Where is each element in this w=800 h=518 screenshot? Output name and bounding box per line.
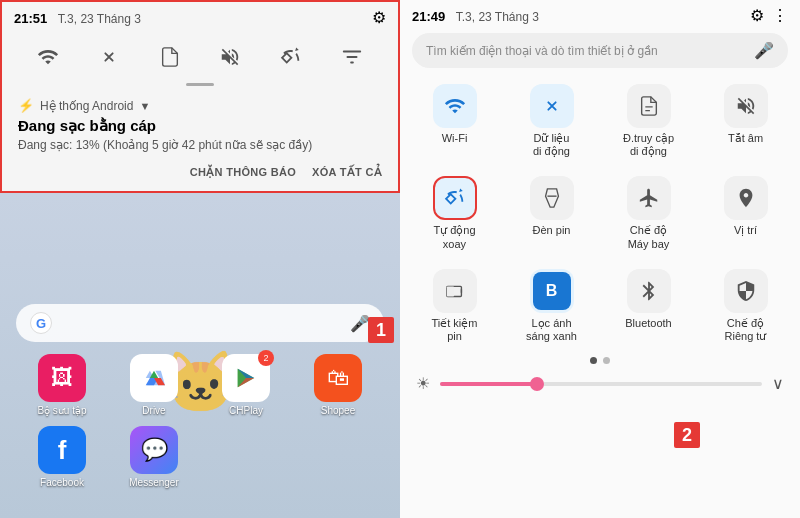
app-icon-shopee: 🛍: [314, 354, 362, 402]
tile-location[interactable]: Vị trí: [699, 168, 792, 256]
list-item[interactable]: 🛍 Shopee: [296, 354, 380, 416]
location-label: Vị trí: [734, 224, 757, 237]
access-tile-icon: [627, 84, 671, 128]
brightness-track[interactable]: [440, 382, 762, 386]
torch-tile-icon: [530, 176, 574, 220]
tile-data[interactable]: Dữ liệudi động: [505, 76, 598, 164]
data-icon-left[interactable]: [91, 39, 127, 75]
tile-bluelight[interactable]: B Lọc ánhsáng xanh: [505, 261, 598, 349]
clear-all-button[interactable]: XÓA TẤT CẢ: [312, 166, 382, 179]
google-logo: G: [30, 312, 52, 334]
data-label: Dữ liệudi động: [533, 132, 570, 158]
app-icon-drive: [130, 354, 178, 402]
app-icon-messenger: 💬: [130, 426, 178, 474]
handle-bar: [186, 83, 214, 86]
search-mic-icon: 🎤: [350, 314, 370, 333]
battery-tile-icon: [433, 269, 477, 313]
private-tile-icon: [724, 269, 768, 313]
app-icon-facebook: f: [38, 426, 86, 474]
number-label-1: 1: [368, 317, 394, 343]
notification-shade: 21:51 T.3, 23 Tháng 3 ⚙: [0, 0, 400, 193]
wifi-label: Wi-Fi: [442, 132, 468, 145]
dot-1[interactable]: [590, 357, 597, 364]
tile-wifi[interactable]: Wi-Fi: [408, 76, 501, 164]
wifi-icon-left[interactable]: [30, 39, 66, 75]
list-item[interactable]: 🖼 Bộ sưu tập: [20, 354, 104, 416]
notification-item: ⚡ Hệ thống Android ▼ Đang sạc bằng cáp Đ…: [2, 90, 398, 158]
battery-label: Tiết kiệmpin: [432, 317, 478, 343]
app-label-collection: Bộ sưu tập: [37, 405, 86, 416]
bluelight-tile-icon: B: [530, 269, 574, 313]
app-label-facebook: Facebook: [40, 477, 84, 488]
expand-chevron-icon[interactable]: ∨: [772, 374, 784, 393]
filter-icon-left[interactable]: [334, 39, 370, 75]
status-bar-left: 21:51 T.3, 23 Tháng 3 ⚙: [2, 2, 398, 31]
status-icons-right: ⚙ ⋮: [750, 6, 788, 25]
rotate-tile-icon: [433, 176, 477, 220]
status-bar-right: 21:49 T.3, 23 Tháng 3 ⚙ ⋮: [400, 0, 800, 29]
notif-header: ⚡ Hệ thống Android ▼: [18, 98, 382, 113]
search-placeholder: Tìm kiếm điện thoại và dò tìm thiết bị ở…: [426, 44, 746, 58]
lightning-icon: ⚡: [18, 98, 34, 113]
notif-description: Đang sạc: 13% (Khoảng 5 giờ 42 phút nữa …: [18, 137, 382, 154]
notif-actions: CHẶN THÔNG BÁO XÓA TẤT CẢ: [2, 158, 398, 183]
private-label: Chế độRiêng tư: [725, 317, 767, 343]
notif-source: Hệ thống Android: [40, 99, 133, 113]
left-panel: 🐱 G 🎤 🖼 Bộ sưu tập Drive 2: [0, 0, 400, 518]
wifi-tile-icon: [433, 84, 477, 128]
block-notif-button[interactable]: CHẶN THÔNG BÁO: [190, 166, 296, 179]
tile-battery[interactable]: Tiết kiệmpin: [408, 261, 501, 349]
right-panel: 21:49 T.3, 23 Tháng 3 ⚙ ⋮ Tìm kiếm điện …: [400, 0, 800, 518]
app-icon-chplay: 2: [222, 354, 270, 402]
tile-access[interactable]: Đ.truy cậpdi động: [602, 76, 695, 164]
gear-icon[interactable]: ⚙: [372, 8, 386, 27]
more-icon-right[interactable]: ⋮: [772, 6, 788, 25]
app-label-messenger: Messenger: [129, 477, 178, 488]
bluetooth-label: Bluetooth: [625, 317, 671, 330]
list-item[interactable]: 💬 Messenger: [112, 426, 196, 488]
home-apps-row2: f Facebook 💬 Messenger: [0, 426, 400, 488]
rotate-label: Tự độngxoay: [433, 224, 475, 250]
quick-icons-left: [2, 31, 398, 79]
brightness-thumb[interactable]: [530, 377, 544, 391]
status-time-right: 21:49 T.3, 23 Tháng 3: [412, 7, 539, 25]
rotate-icon-left[interactable]: [273, 39, 309, 75]
tile-mute[interactable]: Tắt âm: [699, 76, 792, 164]
tile-airplane[interactable]: Chế độMáy bay: [602, 168, 695, 256]
tile-rotate[interactable]: Tự độngxoay: [408, 168, 501, 256]
svg-rect-1: [446, 286, 453, 296]
tile-private[interactable]: Chế độRiêng tư: [699, 261, 792, 349]
gear-icon-right[interactable]: ⚙: [750, 6, 764, 25]
torch-label: Đèn pin: [533, 224, 571, 237]
search-bar-right[interactable]: Tìm kiếm điện thoại và dò tìm thiết bị ở…: [412, 33, 788, 68]
app-icon-collection: 🖼: [38, 354, 86, 402]
bluelight-label: Lọc ánhsáng xanh: [526, 317, 577, 343]
badge: 2: [258, 350, 274, 366]
status-time-left: 21:51 T.3, 23 Tháng 3: [14, 9, 141, 27]
airplane-label: Chế độMáy bay: [628, 224, 670, 250]
data-tile-icon: [530, 84, 574, 128]
bluetooth-tile-icon: [627, 269, 671, 313]
divider-handle[interactable]: [2, 79, 398, 90]
tile-bluetooth[interactable]: Bluetooth: [602, 261, 695, 349]
brightness-bar: ☀ ∨: [400, 370, 800, 399]
airplane-tile-icon: [627, 176, 671, 220]
mute-label: Tắt âm: [728, 132, 763, 145]
home-search-bar[interactable]: G 🎤: [16, 304, 384, 342]
list-item[interactable]: f Facebook: [20, 426, 104, 488]
quick-tiles: Wi-Fi Dữ liệudi động Đ.truy cậpdi động T…: [400, 76, 800, 349]
mute-icon-left[interactable]: [212, 39, 248, 75]
dots-indicator: [400, 349, 800, 370]
access-label: Đ.truy cậpdi động: [623, 132, 674, 158]
tile-torch[interactable]: Đèn pin: [505, 168, 598, 256]
number-label-2: 2: [674, 422, 700, 448]
notif-title: Đang sạc bằng cáp: [18, 117, 382, 135]
dot-2[interactable]: [603, 357, 610, 364]
app-label-shopee: Shopee: [321, 405, 355, 416]
brightness-fill: [440, 382, 537, 386]
mute-tile-icon: [724, 84, 768, 128]
brightness-icon: ☀: [416, 374, 430, 393]
mic-icon[interactable]: 🎤: [754, 41, 774, 60]
notif-arrow: ▼: [139, 100, 150, 112]
file-icon-left[interactable]: [152, 39, 188, 75]
